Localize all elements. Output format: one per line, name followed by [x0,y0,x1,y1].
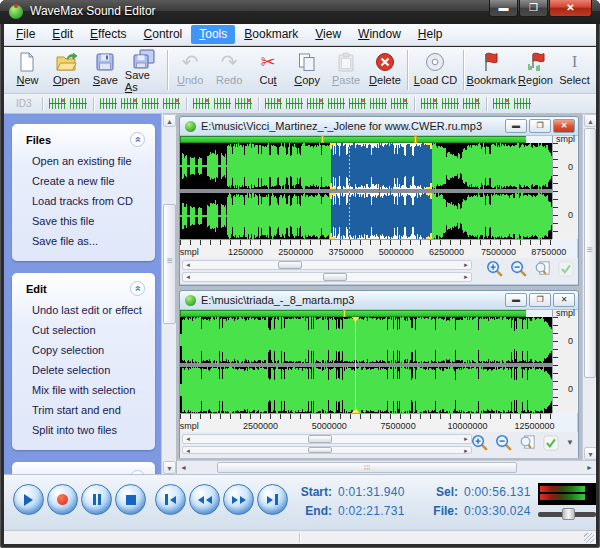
child-minimize-button[interactable]: ▬ [505,119,527,133]
child-close-button[interactable]: ✕ [553,119,575,133]
effect-tool-icon[interactable] [193,98,210,109]
transport-rewind-button[interactable] [189,484,220,515]
child-title-bar-1[interactable]: E:\music\Vicci_Martinez_-_Jolene for www… [180,117,578,136]
title-bar[interactable]: WaveMax Sound Editor ▬ ❐ ✕ [0,0,600,24]
task-link-load-tracks-from-cd[interactable]: Load tracks from CD [12,191,155,211]
h-scrollbar[interactable]: ◄► [182,446,472,454]
more-options-icon[interactable]: ▼ [566,438,574,447]
maximize-button[interactable]: ❐ [519,0,548,17]
effect-tool-icon[interactable] [265,98,282,109]
scrollbar-thumb[interactable] [584,128,596,378]
task-link-copy-selection[interactable]: Copy selection [12,340,155,360]
toolbar-delete-button[interactable]: Delete [366,49,405,92]
position-bar[interactable] [180,310,526,317]
task-link-split-into-two-files[interactable]: Split into two files [12,420,155,440]
minimize-button[interactable]: ▬ [489,0,518,17]
toolbar-open-button[interactable]: Open [47,49,86,92]
transport-skip-start-button[interactable] [155,484,186,515]
menu-bookmark[interactable]: Bookmark [236,25,306,44]
menu-control[interactable]: Control [136,25,191,44]
transport-fast-forward-button[interactable] [223,484,254,515]
waveform-view-2[interactable]: smpl 0 0 [180,317,552,413]
scrollbar-thumb[interactable]: ⁞⁞⁞ [217,462,517,473]
effect-tool-icon[interactable] [100,98,117,109]
zoom-out-icon[interactable] [495,434,512,451]
scroll-down-icon[interactable]: ▼ [584,447,596,460]
menu-window[interactable]: Window [350,25,409,44]
selection-start-marker[interactable] [321,136,324,143]
transport-play-button[interactable] [13,484,44,515]
toolbar-save-as-button[interactable]: Save As [125,49,164,92]
scroll-up-icon[interactable]: ▲ [584,114,596,127]
waveform-view-1[interactable]: smpl 0 0 [180,143,552,239]
h-scrollbar[interactable]: ◄► [182,260,472,270]
task-link-save-file-as[interactable]: Save file as... [12,231,155,251]
effect-tool-icon[interactable] [214,98,231,109]
effect-tool-icon[interactable] [49,98,66,109]
effect-tool-icon[interactable] [493,98,510,109]
effect-tool-icon[interactable] [286,98,303,109]
task-link-trim-start-and-end[interactable]: Trim start and end [12,400,155,420]
zoom-selection-icon[interactable] [519,434,536,451]
menu-edit[interactable]: Edit [44,25,81,44]
toolbar-select-button[interactable]: ISelect [555,49,594,92]
task-link-create-a-new-file[interactable]: Create a new file [12,171,155,191]
task-link-mix-file-with-selection[interactable]: Mix file with selection [12,380,155,400]
task-link-cut-selection[interactable]: Cut selection [12,320,155,340]
effect-tool-icon[interactable] [463,98,480,109]
collapse-chevron-icon[interactable]: » [130,281,145,296]
selection-end-marker[interactable] [414,136,417,143]
toolbar-new-button[interactable]: New [8,49,47,92]
id3-button[interactable]: ID3 [10,98,38,109]
effect-tool-icon[interactable] [442,98,459,109]
toolbar-bookmark-button[interactable]: Bookmark [467,49,517,92]
menu-view[interactable]: View [307,25,349,44]
workspace-vscrollbar[interactable]: ▲ ▼ [582,114,596,460]
position-bar[interactable] [180,136,526,143]
task-link-delete-selection[interactable]: Delete selection [12,360,155,380]
workspace-hscrollbar[interactable]: ◄ ► ⁞⁞⁞ [177,460,596,474]
toolbar-cut-button[interactable]: ✂Cut [249,49,288,92]
toolbar-save-button[interactable]: Save [86,49,125,92]
volume-slider[interactable] [538,508,596,520]
scroll-up-icon[interactable]: ▲ [163,114,176,127]
apply-check-icon[interactable] [543,435,559,451]
task-link-open-an-existing-file[interactable]: Open an existing file [12,151,155,171]
zoom-in-icon[interactable] [471,434,488,451]
child-minimize-button[interactable]: ▬ [505,293,527,307]
zoom-selection-icon[interactable] [534,260,551,277]
effect-tool-icon[interactable] [163,98,180,109]
child-close-button[interactable]: ✕ [553,293,575,307]
transport-pause-button[interactable] [81,484,112,515]
slider-thumb[interactable] [562,508,575,520]
effect-tool-icon[interactable] [235,98,252,109]
h-scrollbar[interactable]: ◄► [182,272,472,282]
effect-tool-icon[interactable] [307,98,324,109]
apply-check-icon[interactable] [558,261,574,277]
toolbar-load-cd-button[interactable]: Load CD [411,49,459,92]
wave-window-1[interactable]: E:\music\Vicci_Martinez_-_Jolene for www… [179,116,579,286]
menu-file[interactable]: File [8,25,43,44]
task-link-undo-last-edit-or-effect[interactable]: Undo last edit or effect [12,300,155,320]
task-link-save-this-file[interactable]: Save this file [12,211,155,231]
toolbar-region-button[interactable]: Region [516,49,555,92]
effect-tool-icon[interactable] [70,98,87,109]
transport-stop-button[interactable] [115,484,146,515]
transport-skip-end-button[interactable] [257,484,288,515]
zoom-out-icon[interactable] [510,260,527,277]
collapse-chevron-icon[interactable]: » [130,132,145,147]
menu-tools[interactable]: Tools [191,25,235,44]
effect-tool-icon[interactable] [142,98,159,109]
toolbar-copy-button[interactable]: Copy [288,49,327,92]
h-scrollbar[interactable]: ◄► [182,434,472,444]
resize-grip[interactable] [584,533,594,543]
child-restore-button[interactable]: ❐ [529,293,551,307]
sidebar-scrollbar[interactable]: ▲ ▼ [161,114,176,474]
wave-window-2[interactable]: E:\music\triada_-_8_marta.mp3 ▬ ❐ ✕ smpl [179,290,579,458]
menu-help[interactable]: Help [410,25,451,44]
effect-tool-icon[interactable] [514,98,531,109]
menu-effects[interactable]: Effects [82,25,134,44]
effect-tool-icon[interactable] [391,98,408,109]
transport-record-button[interactable] [47,484,78,515]
effect-tool-icon[interactable] [121,98,138,109]
